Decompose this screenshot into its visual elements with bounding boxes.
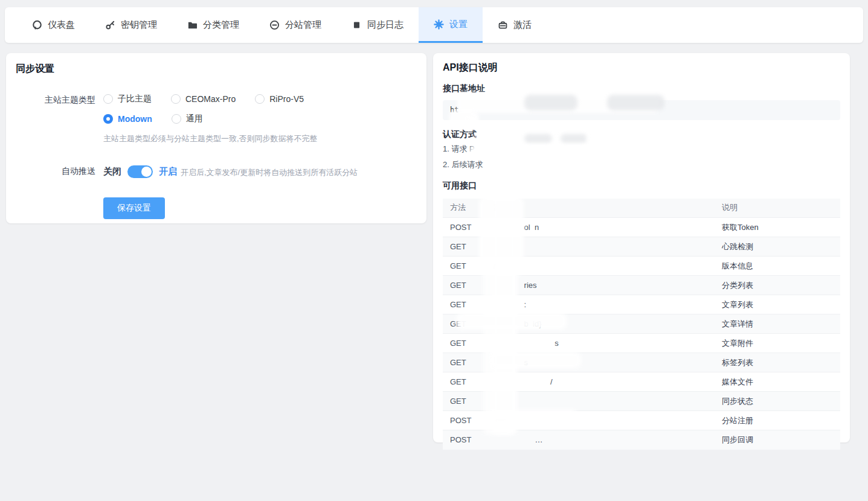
auth-label: 认证方式 xyxy=(443,129,840,140)
endpoints-table: 方法 路径 说明 POST ol n获取Token GET心跳检测 GET/版本… xyxy=(443,199,840,450)
save-settings-button[interactable]: 保存设置 xyxy=(103,197,165,219)
auto-push-off-text: 关闭 xyxy=(103,166,121,177)
api-docs-card: API接口说明 接口基地址 ht 认证方式 1. 请求 P 2. 后续请求 可用… xyxy=(433,53,850,442)
auto-push-hint: 开启后,文章发布/更新时将自动推送到所有活跃分站 xyxy=(181,165,358,178)
sync-settings-title: 同步设置 xyxy=(16,63,417,75)
table-row: GET b id}文章详情 xyxy=(443,314,840,334)
radio-icon xyxy=(255,94,265,104)
auto-push-label: 自动推送 xyxy=(16,166,95,177)
top-nav: 仪表盘 密钥管理 分类管理 分站管理 同步日志 设置 激活 xyxy=(5,7,863,43)
table-row: POST gis分站注册 xyxy=(443,411,840,430)
table-row: POST ol n获取Token xyxy=(443,218,840,237)
dashboard-icon xyxy=(32,20,42,30)
radio-icon xyxy=(103,94,113,104)
theme-type-row: 主站主题类型 子比主题 CEOMax-Pro RiPro-V5 xyxy=(16,94,417,144)
auto-push-on-text: 开启 xyxy=(159,166,177,177)
col-path: 路径 xyxy=(486,199,715,218)
tab-label: 仪表盘 xyxy=(48,19,75,31)
table-row: GET s文章附件 xyxy=(443,334,840,353)
tab-label: 设置 xyxy=(449,19,468,30)
col-method: 方法 xyxy=(443,199,486,218)
tab-label: 分站管理 xyxy=(285,19,321,31)
radio-label: 通用 xyxy=(186,113,203,124)
log-icon xyxy=(352,20,362,30)
auto-push-toggle[interactable] xyxy=(127,165,153,178)
auto-push-row: 自动推送 关闭 开启 开启后,文章发布/更新时将自动推送到所有活跃分站 xyxy=(16,165,417,178)
tab-label: 分类管理 xyxy=(203,19,239,31)
table-row: GET /媒体文件 xyxy=(443,372,840,392)
key-icon xyxy=(105,20,115,30)
theme-type-label: 主站主题类型 xyxy=(16,94,95,144)
toggle-knob xyxy=(141,167,152,177)
radio-option-ripro[interactable]: RiPro-V5 xyxy=(255,94,304,104)
table-row: GET s标签列表 xyxy=(443,353,840,372)
theme-type-hint: 主站主题类型必须与分站主题类型一致,否则同步数据将不完整 xyxy=(103,133,323,144)
api-docs-title: API接口说明 xyxy=(443,62,840,74)
radio-icon-selected xyxy=(103,114,113,124)
tab-label: 激活 xyxy=(513,19,532,31)
radio-label: Modown xyxy=(118,114,152,124)
radio-option-ceomax[interactable]: CEOMax-Pro xyxy=(171,94,236,104)
base-url-label: 接口基地址 xyxy=(443,83,840,94)
auth-step-2: 2. 后续请求 xyxy=(443,159,840,171)
gear-icon xyxy=(434,19,444,30)
minus-circle-icon xyxy=(269,20,280,30)
folder-icon xyxy=(187,20,198,30)
table-header-row: 方法 路径 说明 xyxy=(443,199,840,218)
table-row: GET ries分类列表 xyxy=(443,276,840,295)
tab-label: 同步日志 xyxy=(367,19,403,31)
radio-icon xyxy=(171,94,181,104)
table-row: GET/版本信息 xyxy=(443,257,840,276)
radio-option-zibi[interactable]: 子比主题 xyxy=(103,94,152,104)
theme-type-options: 子比主题 CEOMax-Pro RiPro-V5 Modown xyxy=(103,94,323,144)
table-row: GET同步状态 xyxy=(443,392,840,411)
radio-option-generic[interactable]: 通用 xyxy=(172,113,203,124)
col-desc: 说明 xyxy=(715,199,840,218)
tab-dashboard[interactable]: 仪表盘 xyxy=(17,7,90,43)
radio-label: 子比主题 xyxy=(118,94,152,104)
radio-option-modown[interactable]: Modown xyxy=(103,114,152,124)
tab-sync-log[interactable]: 同步日志 xyxy=(336,7,419,43)
table-row: GET心跳检测 xyxy=(443,237,840,257)
tab-activate[interactable]: 激活 xyxy=(483,7,547,43)
tab-settings[interactable]: 设置 xyxy=(419,7,483,43)
tab-categories[interactable]: 分类管理 xyxy=(172,7,254,43)
radio-label: RiPro-V5 xyxy=(269,94,304,104)
auth-step-1: 1. 请求 P xyxy=(443,143,840,156)
auto-push-control: 关闭 开启 开启后,文章发布/更新时将自动推送到所有活跃分站 xyxy=(103,165,358,178)
tab-label: 密钥管理 xyxy=(121,19,157,31)
radio-icon xyxy=(172,114,181,124)
table-row: POST …同步回调 xyxy=(443,430,840,450)
base-url-code: ht xyxy=(443,100,840,120)
table-row: GET :文章列表 xyxy=(443,295,840,314)
activate-icon xyxy=(498,20,508,30)
sync-settings-card: 同步设置 主站主题类型 子比主题 CEOMax-Pro RiPro-V5 xyxy=(6,53,426,223)
radio-label: CEOMax-Pro xyxy=(185,94,236,104)
endpoints-label: 可用接口 xyxy=(443,180,840,191)
tab-keys[interactable]: 密钥管理 xyxy=(90,7,172,43)
tab-subsites[interactable]: 分站管理 xyxy=(254,7,336,43)
